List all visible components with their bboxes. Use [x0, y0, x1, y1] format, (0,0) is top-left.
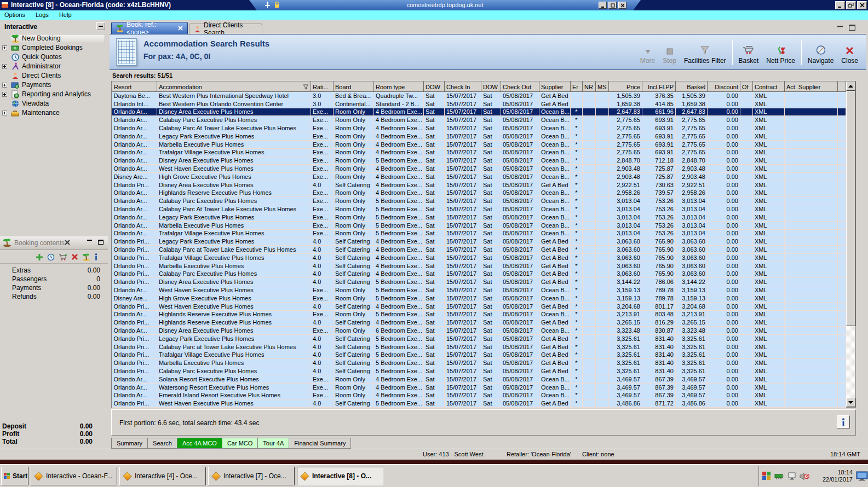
- table-row[interactable]: Orlando Ar...Legacy Park Executive Plus …: [112, 132, 846, 140]
- booking-row-passengers[interactable]: Passengers 0: [0, 275, 108, 283]
- table-row[interactable]: Orlando Int...Best Western Plus Orlando …: [112, 100, 846, 108]
- table-row[interactable]: Orlando Ar...Emerald Island Resort Execu…: [112, 391, 846, 399]
- table-row[interactable]: Orlando Pri...Calabay Parc Executive Plu…: [112, 270, 846, 278]
- table-row[interactable]: Orlando Ar...Watersong Resort Executive …: [112, 383, 846, 391]
- nett-price-button[interactable]: Nett Price: [762, 38, 799, 67]
- start-button[interactable]: Start: [1, 467, 28, 485]
- table-row[interactable]: Orlando Ar...Legacy Park Executive Plus …: [112, 213, 846, 221]
- table-row[interactable]: Orlando Pri...Highlands Reserve Executiv…: [112, 318, 846, 327]
- table-row[interactable]: Orlando Pri...Disney Area Executive Plus…: [112, 181, 846, 189]
- tab-direct-clients-search[interactable]: Direct Clients Search: [189, 24, 262, 34]
- column-header[interactable]: Price: [609, 82, 642, 92]
- table-row[interactable]: Orlando Ar...Solana Resort Executive Plu…: [112, 375, 846, 383]
- mdi-minimize-button[interactable]: [836, 24, 844, 31]
- refresh-clock-icon[interactable]: [47, 253, 55, 261]
- table-row[interactable]: Orlando Ar...West Haven Executive Plus H…: [112, 165, 846, 173]
- table-row[interactable]: Orlando Pri...Trafalgar Village Executiv…: [112, 253, 846, 262]
- column-header[interactable]: Er: [571, 82, 583, 92]
- basket-button[interactable]: Basket: [735, 38, 763, 67]
- close-results-button[interactable]: Close: [837, 38, 862, 67]
- taskbar-item-4-active[interactable]: Interactive [8] - O...: [297, 467, 383, 485]
- column-header[interactable]: Accommodation: [157, 82, 311, 92]
- table-row[interactable]: Orlando Ar...Marbella Executive Plus Hom…: [112, 221, 846, 229]
- taskbar-item-1[interactable]: Interactive - Ocean-F...: [31, 467, 117, 485]
- column-header[interactable]: Room type: [374, 82, 424, 92]
- tab-financial-summary[interactable]: Financial Summary: [289, 438, 351, 449]
- booking-row-payments[interactable]: Payments 0.00: [0, 283, 108, 292]
- close-icon[interactable]: [65, 240, 70, 245]
- window-minimize-button[interactable]: [835, 1, 845, 9]
- table-row[interactable]: Orlando Pri...West Haven Executive Plus …: [112, 399, 846, 408]
- menu-help[interactable]: Help: [55, 10, 76, 20]
- column-header[interactable]: DOW: [481, 82, 501, 92]
- table-row[interactable]: Orlando Pri...Trafalgar Village Executiv…: [112, 351, 846, 359]
- palm-tree-icon[interactable]: [82, 253, 90, 261]
- stop-button[interactable]: Stop: [659, 38, 680, 67]
- table-row[interactable]: Orlando Ar...Highlands Reserve Executive…: [112, 310, 846, 318]
- table-row[interactable]: Orlando Ar...Disney Area Executive Plus …: [112, 156, 846, 165]
- tree-expand-icon[interactable]: [2, 111, 7, 115]
- navigate-button[interactable]: Navigate: [804, 38, 837, 67]
- scroll-down-button[interactable]: [846, 398, 855, 407]
- table-row[interactable]: Orlando Pri...Calabay Parc at Tower Lake…: [112, 343, 846, 351]
- table-row[interactable]: Orlando Ar...Calabay Parc Executive Plus…: [112, 116, 846, 124]
- move-to-basket-icon[interactable]: [59, 253, 67, 261]
- facilities-filter-button[interactable]: Facilities Filter: [680, 38, 730, 67]
- tree-expand-icon[interactable]: [2, 83, 7, 88]
- antivirus-icon[interactable]: [762, 472, 771, 480]
- table-row[interactable]: Orlando Ar...Calabay Parc Executive Plus…: [112, 197, 846, 205]
- column-header[interactable]: Of: [740, 82, 753, 92]
- info-button[interactable]: [837, 415, 850, 428]
- sidebar-item-direct-clients[interactable]: Direct Clients: [0, 71, 107, 80]
- table-row[interactable]: Orlando Ar...Trafalgar Village Executive…: [112, 229, 846, 237]
- more-button[interactable]: More: [636, 38, 659, 67]
- column-header[interactable]: Act. Supplier: [785, 82, 838, 92]
- table-row[interactable]: Orlando Ar...Trafalgar Village Executive…: [112, 148, 846, 156]
- rdp-close-button[interactable]: [618, 2, 626, 9]
- column-header[interactable]: Board: [334, 82, 374, 92]
- tab-acc-4a-mco[interactable]: Acc 4A MCO: [177, 438, 222, 449]
- column-header[interactable]: Rati...: [311, 82, 334, 92]
- table-row[interactable]: Daytona Be...Best Western Plus Internati…: [112, 92, 846, 100]
- scrollbar-thumb[interactable]: [846, 91, 855, 326]
- sidebar-item-maintenance[interactable]: Maintenance: [0, 108, 107, 118]
- network-icon[interactable]: [774, 472, 784, 480]
- column-header[interactable]: Resort: [112, 82, 157, 92]
- table-row[interactable]: Orlando Pri...West Haven Executive Plus …: [112, 302, 846, 310]
- tab-tour-4a[interactable]: Tour 4A: [258, 438, 289, 449]
- column-header[interactable]: Incl.Fl.PP: [642, 82, 676, 92]
- sidebar-collapse-button[interactable]: [96, 22, 105, 30]
- column-filter-icon[interactable]: [303, 84, 309, 90]
- rdp-minimize-button[interactable]: [599, 2, 607, 9]
- tab-close-icon[interactable]: [178, 26, 183, 31]
- tray-clock[interactable]: 18:14 22/01/2017: [813, 469, 853, 483]
- rdp-restore-button[interactable]: [608, 2, 617, 9]
- scroll-up-button[interactable]: [846, 82, 855, 91]
- sidebar-item-quick-quotes[interactable]: Quick Quotes: [0, 53, 107, 62]
- volume-muted-icon[interactable]: [800, 472, 809, 480]
- column-header[interactable]: DOW: [424, 82, 445, 92]
- table-row[interactable]: Orlando Ar...Marbella Executive Plus Hom…: [112, 140, 846, 148]
- tab-booking-ref[interactable]: Book. ref.: <none>: [111, 22, 188, 34]
- booking-row-refunds[interactable]: Refunds 0.00: [0, 292, 108, 301]
- menu-options[interactable]: Options: [0, 10, 30, 20]
- display-settings-icon[interactable]: [787, 472, 796, 480]
- column-header[interactable]: MS: [596, 82, 609, 92]
- column-header[interactable]: Check In: [445, 82, 481, 92]
- table-row[interactable]: Disney Are...High Grove Executive Plus H…: [112, 172, 846, 181]
- sidebar-item-viewdata[interactable]: Viewdata: [0, 99, 107, 108]
- booking-contents-tab[interactable]: Booking contents: [14, 239, 65, 247]
- taskbar-item-2[interactable]: Interactive [4] - Oce...: [119, 467, 206, 485]
- table-row[interactable]: Orlando Ar...West Haven Executive Plus H…: [112, 286, 846, 294]
- table-row[interactable]: Orlando Pri...Marbella Executive Plus Ho…: [112, 262, 846, 270]
- table-row[interactable]: Orlando Pri...Legacy Park Executive Plus…: [112, 237, 846, 246]
- table-row[interactable]: Orlando Pri...Marbella Executive Plus Ho…: [112, 359, 846, 367]
- delete-icon[interactable]: [71, 253, 78, 260]
- sidebar-item-payments[interactable]: Payments: [0, 80, 107, 90]
- column-header[interactable]: Basket: [676, 82, 708, 92]
- sidebar-item-completed-bookings[interactable]: Completed Bookings: [0, 43, 107, 53]
- table-row[interactable]: Disney Are...High Grove Executive Plus H…: [112, 294, 846, 302]
- window-restore-button[interactable]: [846, 1, 856, 9]
- column-header[interactable]: Contract: [753, 82, 785, 92]
- table-row[interactable]: Orlando Ar...Calabay Parc At Tower Lake …: [112, 205, 846, 213]
